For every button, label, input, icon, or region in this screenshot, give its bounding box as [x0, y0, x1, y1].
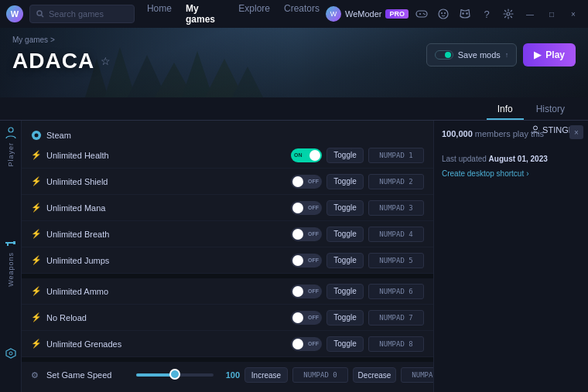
- mod-row-unlimited-ammo: ⚡ Unlimited Ammo OFF Toggle NUMPAD 6: [22, 278, 433, 305]
- action-toggle-4[interactable]: Toggle: [326, 253, 364, 268]
- toggle-unlimited-mana[interactable]: OFF: [291, 201, 322, 215]
- help-icon-btn[interactable]: ?: [478, 5, 495, 22]
- svg-rect-23: [7, 244, 9, 246]
- search-icon: [36, 10, 44, 18]
- lightning-icon-2: ⚡: [31, 203, 42, 213]
- discord-icon-btn[interactable]: [456, 5, 473, 22]
- save-mods-label: Save mods: [458, 50, 501, 60]
- nav-creators[interactable]: Creators: [284, 3, 320, 25]
- breadcrumb[interactable]: My games >: [12, 36, 111, 44]
- search-box[interactable]: Search games: [29, 5, 135, 23]
- toggle-unlimited-grenades[interactable]: OFF: [291, 337, 322, 351]
- svg-point-5: [423, 13, 425, 15]
- info-members-text: 100,000 members play this: [442, 129, 544, 138]
- app-logo: W: [6, 5, 23, 22]
- hero-area: My games > ADACA ☆ Save mods ↑ ▶ Play: [0, 28, 588, 97]
- nav-explore[interactable]: Explore: [238, 3, 270, 25]
- toggle-thumb-2: [292, 203, 303, 213]
- toggle-thumb-3: [292, 229, 303, 240]
- svg-line-1: [42, 15, 44, 18]
- action-toggle-3[interactable]: Toggle: [326, 227, 364, 242]
- user-avatar: W: [326, 6, 341, 22]
- kbd-6: NUMPAD 7: [368, 310, 424, 326]
- minimize-btn[interactable]: —: [521, 5, 538, 22]
- controller-icon-btn[interactable]: [413, 5, 430, 22]
- kbd-0: NUMPAD 1: [368, 148, 424, 163]
- info-panel: × 100,000 members play this STINGER Last…: [433, 121, 588, 392]
- platform-row: Steam: [22, 127, 433, 142]
- svg-point-12: [507, 12, 510, 15]
- toggle-text-1: OFF: [308, 179, 319, 184]
- game-title: ADACA: [12, 49, 94, 73]
- kbd-5: NUMPAD 6: [368, 284, 424, 299]
- save-mods-button[interactable]: Save mods ↑: [426, 43, 518, 66]
- info-close-button[interactable]: ×: [569, 125, 583, 139]
- toggle-text-3: OFF: [308, 231, 319, 237]
- mods-list: Steam ⚡ Unlimited Health ON Toggle NUMPA…: [22, 121, 433, 392]
- hero-content: My games > ADACA ☆: [12, 36, 111, 73]
- toggle-no-reload[interactable]: OFF: [291, 311, 322, 325]
- sidebar-item-player[interactable]: Player: [5, 127, 16, 167]
- mod-row-unlimited-grenades: ⚡ Unlimited Grenades OFF Toggle NUMPAD 8: [22, 331, 433, 357]
- action-toggle-7[interactable]: Toggle: [326, 336, 364, 352]
- smiley-icon-btn[interactable]: [435, 5, 452, 22]
- user-name: WeModer: [345, 9, 381, 19]
- tab-info[interactable]: Info: [487, 100, 524, 120]
- toggle-unlimited-shield[interactable]: OFF: [291, 175, 322, 189]
- search-placeholder: Search games: [49, 9, 104, 19]
- mod-row-unlimited-shield: ⚡ Unlimited Shield OFF Toggle NUMPAD 2: [22, 169, 433, 195]
- create-shortcut-link[interactable]: Create desktop shortcut ›: [442, 169, 580, 178]
- decrease-btn[interactable]: Decrease: [353, 367, 396, 383]
- increase-btn[interactable]: Increase: [244, 367, 288, 383]
- mod-name-speed: Set Game Speed: [46, 370, 132, 380]
- sidebar-item-misc[interactable]: [5, 348, 16, 359]
- toggle-text-6: OFF: [308, 315, 319, 320]
- play-label: Play: [545, 49, 565, 60]
- info-updated-row: Last updated August 01, 2023: [442, 155, 580, 163]
- game-speed-slider[interactable]: [136, 373, 214, 377]
- action-toggle-2[interactable]: Toggle: [326, 200, 364, 216]
- toggle-unlimited-health[interactable]: ON: [291, 148, 322, 162]
- mod-name-1: Unlimited Shield: [46, 177, 286, 186]
- user-badge[interactable]: W WeModer PRO: [326, 6, 409, 22]
- svg-point-20: [9, 128, 13, 132]
- settings-icon-btn[interactable]: [500, 5, 517, 22]
- mod-row-unlimited-health: ⚡ Unlimited Health ON Toggle NUMPAD 1: [22, 142, 433, 169]
- action-toggle-6[interactable]: Toggle: [326, 310, 364, 326]
- tab-history[interactable]: History: [525, 100, 576, 120]
- play-icon: ▶: [534, 49, 541, 60]
- play-button[interactable]: ▶ Play: [523, 43, 576, 66]
- svg-point-9: [444, 12, 446, 14]
- svg-point-10: [462, 12, 463, 14]
- svg-point-8: [441, 12, 443, 14]
- slider-thumb: [169, 369, 180, 380]
- kbd-decrease: NUMPAD 9: [401, 367, 433, 383]
- toggle-text-4: OFF: [308, 257, 319, 263]
- toggle-unlimited-jumps[interactable]: OFF: [291, 254, 322, 268]
- action-toggle-5[interactable]: Toggle: [326, 284, 364, 299]
- titlebar: W Search games Home My games Explore Cre…: [0, 0, 588, 28]
- maximize-btn[interactable]: □: [543, 5, 560, 22]
- sidebar-player-label: Player: [7, 142, 15, 167]
- action-toggle-1[interactable]: Toggle: [326, 174, 364, 189]
- nav-my-games[interactable]: My games: [186, 3, 224, 25]
- toggle-text-2: OFF: [308, 205, 319, 210]
- sidebar-weapons-label: Weapons: [7, 252, 15, 287]
- svg-point-0: [37, 11, 42, 15]
- kbd-3: NUMPAD 4: [368, 227, 424, 242]
- toggle-thumb-1: [292, 176, 303, 187]
- svg-rect-22: [13, 241, 15, 244]
- toggle-text-7: OFF: [308, 341, 319, 346]
- sidebar-item-weapons[interactable]: Weapons: [5, 237, 17, 287]
- svg-point-26: [35, 134, 39, 138]
- hero-actions: Save mods ↑ ▶ Play: [426, 43, 576, 66]
- mod-name-2: Unlimited Mana: [46, 203, 286, 213]
- svg-point-24: [9, 352, 12, 355]
- nav-home[interactable]: Home: [147, 3, 172, 25]
- favorite-star-icon[interactable]: ☆: [101, 55, 111, 67]
- action-toggle-0[interactable]: Toggle: [326, 148, 364, 163]
- mod-name-6: No Reload: [46, 313, 286, 322]
- close-btn[interactable]: ×: [565, 5, 582, 22]
- toggle-unlimited-breath[interactable]: OFF: [291, 227, 322, 241]
- toggle-unlimited-ammo[interactable]: OFF: [291, 285, 322, 298]
